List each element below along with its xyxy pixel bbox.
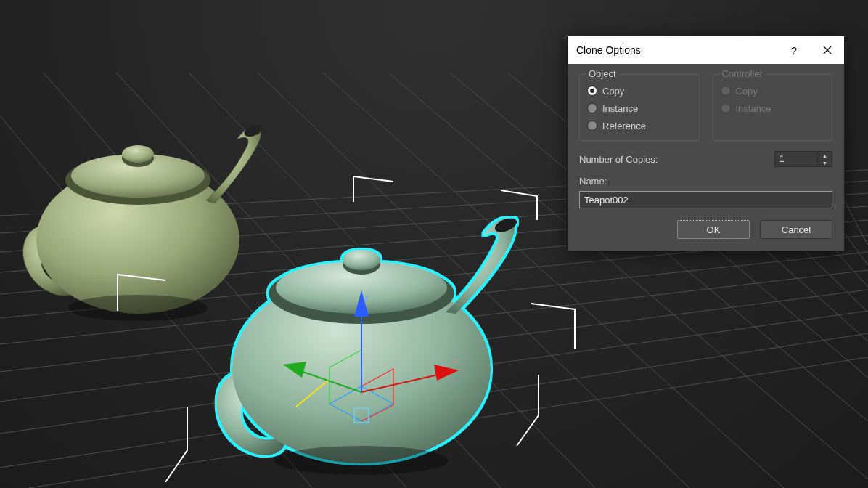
gizmo-screen-plane[interactable]	[354, 408, 369, 423]
radio-object-reference[interactable]: Reference	[587, 117, 692, 134]
copies-input[interactable]	[775, 152, 817, 166]
close-icon	[823, 46, 832, 54]
radio-controller-copy: Copy	[721, 82, 825, 99]
radio-label: Instance	[736, 103, 771, 114]
svg-line-42	[361, 373, 444, 392]
radio-controller-instance: Instance	[721, 99, 825, 117]
close-button[interactable]	[811, 36, 844, 64]
radio-label: Copy	[736, 86, 758, 97]
radio-label: Instance	[602, 103, 638, 114]
radio-label: Reference	[602, 121, 646, 131]
spinner-up-icon[interactable]: ▲	[818, 152, 832, 159]
controller-group-legend: Controller	[719, 68, 766, 79]
name-input[interactable]	[579, 191, 832, 208]
axis-label-y: y	[279, 354, 282, 362]
copies-label: Number of Copies:	[579, 154, 774, 165]
axis-label-x: x	[453, 357, 456, 365]
help-button[interactable]: ?	[777, 36, 811, 64]
cancel-button[interactable]: Cancel	[760, 220, 832, 239]
radio-icon	[587, 121, 597, 131]
clone-options-dialog: Clone Options ? Object Copy Instance	[567, 36, 845, 251]
radio-label: Copy	[602, 86, 624, 97]
copies-row: Number of Copies: ▲ ▼	[579, 151, 832, 167]
dialog-titlebar[interactable]: Clone Options ?	[568, 36, 844, 64]
radio-icon	[587, 103, 597, 113]
cancel-label: Cancel	[782, 224, 811, 235]
radio-icon	[721, 86, 731, 96]
controller-group: Controller Copy Instance	[713, 74, 833, 141]
dialog-title: Clone Options	[576, 44, 777, 56]
radio-object-instance[interactable]: Instance	[587, 99, 692, 117]
svg-line-45	[296, 381, 328, 407]
svg-marker-46	[283, 362, 306, 378]
ok-button[interactable]: OK	[677, 220, 750, 239]
name-row: Name:	[579, 176, 832, 208]
object-group-legend: Object	[586, 68, 619, 79]
radio-icon	[587, 86, 597, 96]
object-group: Object Copy Instance Reference	[579, 74, 700, 141]
spinner-down-icon[interactable]: ▼	[818, 159, 832, 166]
radio-icon	[721, 103, 731, 113]
axis-label-z: z	[364, 294, 368, 302]
gizmo-axis-x[interactable]: x	[361, 357, 459, 392]
svg-marker-43	[434, 365, 459, 381]
ok-label: OK	[707, 224, 721, 235]
name-label: Name:	[579, 176, 832, 187]
radio-object-copy[interactable]: Copy	[587, 82, 692, 99]
gizmo-axis-z[interactable]: z	[354, 290, 369, 392]
gizmo-axis-y[interactable]: y	[279, 354, 361, 407]
copies-spinner[interactable]: ▲ ▼	[774, 151, 832, 167]
